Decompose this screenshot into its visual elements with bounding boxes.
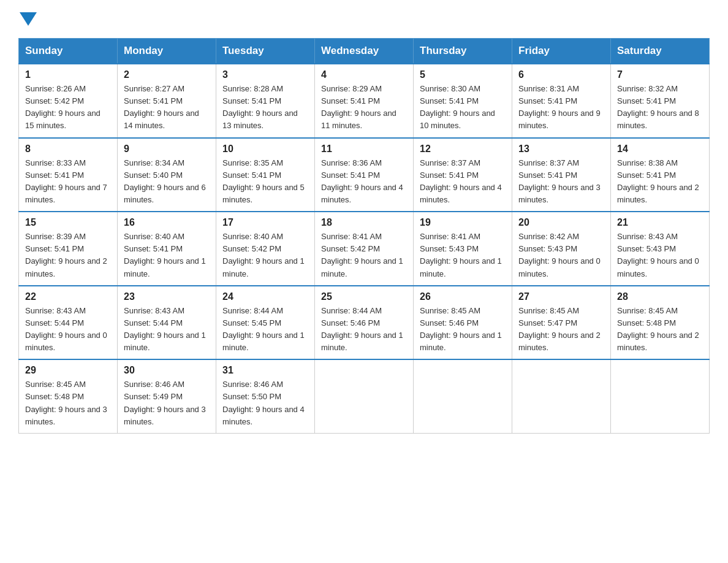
day-info: Sunrise: 8:34 AMSunset: 5:40 PMDaylight:… (124, 157, 210, 207)
day-info: Sunrise: 8:43 AMSunset: 5:44 PMDaylight:… (124, 305, 210, 354)
day-info: Sunrise: 8:43 AMSunset: 5:44 PMDaylight:… (25, 305, 111, 354)
day-number: 29 (25, 365, 111, 376)
day-info: Sunrise: 8:44 AMSunset: 5:45 PMDaylight:… (222, 305, 308, 354)
day-info: Sunrise: 8:35 AMSunset: 5:41 PMDaylight:… (222, 157, 308, 207)
day-number: 18 (321, 217, 407, 228)
day-info: Sunrise: 8:33 AMSunset: 5:41 PMDaylight:… (25, 157, 111, 207)
day-of-week-header: Monday (118, 39, 216, 64)
calendar-day-cell: 24 Sunrise: 8:44 AMSunset: 5:45 PMDaylig… (216, 286, 315, 360)
calendar-day-cell: 31 Sunrise: 8:46 AMSunset: 5:50 PMDaylig… (216, 359, 315, 433)
calendar-day-cell: 3 Sunrise: 8:28 AMSunset: 5:41 PMDayligh… (216, 64, 315, 138)
calendar-day-cell: 21 Sunrise: 8:43 AMSunset: 5:43 PMDaylig… (611, 212, 710, 286)
calendar-day-cell: 28 Sunrise: 8:45 AMSunset: 5:48 PMDaylig… (611, 286, 710, 360)
calendar-day-cell: 9 Sunrise: 8:34 AMSunset: 5:40 PMDayligh… (118, 138, 216, 212)
calendar-day-cell: 20 Sunrise: 8:42 AMSunset: 5:43 PMDaylig… (512, 212, 611, 286)
calendar-day-cell: 4 Sunrise: 8:29 AMSunset: 5:41 PMDayligh… (315, 64, 414, 138)
page-header (18, 12, 710, 26)
calendar-week-row: 22 Sunrise: 8:43 AMSunset: 5:44 PMDaylig… (19, 286, 710, 360)
day-number: 4 (321, 69, 407, 80)
day-info: Sunrise: 8:46 AMSunset: 5:50 PMDaylight:… (222, 378, 308, 428)
calendar-week-row: 8 Sunrise: 8:33 AMSunset: 5:41 PMDayligh… (19, 138, 710, 212)
day-info: Sunrise: 8:37 AMSunset: 5:41 PMDaylight:… (518, 157, 604, 207)
day-info: Sunrise: 8:43 AMSunset: 5:43 PMDaylight:… (617, 231, 703, 280)
calendar-day-cell: 7 Sunrise: 8:32 AMSunset: 5:41 PMDayligh… (611, 64, 710, 138)
day-info: Sunrise: 8:31 AMSunset: 5:41 PMDaylight:… (518, 83, 604, 132)
calendar-day-cell: 22 Sunrise: 8:43 AMSunset: 5:44 PMDaylig… (19, 286, 118, 360)
day-number: 17 (222, 217, 308, 228)
day-number: 3 (222, 69, 308, 80)
calendar-table: SundayMondayTuesdayWednesdayThursdayFrid… (18, 38, 710, 434)
calendar-day-cell: 2 Sunrise: 8:27 AMSunset: 5:41 PMDayligh… (118, 64, 216, 138)
day-number: 14 (617, 144, 703, 155)
day-number: 6 (518, 69, 604, 80)
day-number: 1 (25, 69, 111, 80)
day-number: 9 (124, 144, 210, 155)
calendar-day-cell: 17 Sunrise: 8:40 AMSunset: 5:42 PMDaylig… (216, 212, 315, 286)
calendar-day-cell: 6 Sunrise: 8:31 AMSunset: 5:41 PMDayligh… (512, 64, 611, 138)
day-info: Sunrise: 8:45 AMSunset: 5:48 PMDaylight:… (25, 378, 111, 428)
day-info: Sunrise: 8:36 AMSunset: 5:41 PMDaylight:… (321, 157, 407, 207)
calendar-header-row: SundayMondayTuesdayWednesdayThursdayFrid… (19, 39, 710, 64)
day-of-week-header: Sunday (19, 39, 118, 64)
day-info: Sunrise: 8:27 AMSunset: 5:41 PMDaylight:… (124, 83, 210, 132)
day-number: 12 (420, 144, 506, 155)
day-number: 13 (518, 144, 604, 155)
calendar-day-cell: 27 Sunrise: 8:45 AMSunset: 5:47 PMDaylig… (512, 286, 611, 360)
day-info: Sunrise: 8:29 AMSunset: 5:41 PMDaylight:… (321, 83, 407, 132)
calendar-day-cell: 19 Sunrise: 8:41 AMSunset: 5:43 PMDaylig… (414, 212, 512, 286)
day-info: Sunrise: 8:45 AMSunset: 5:47 PMDaylight:… (518, 305, 604, 354)
day-number: 28 (617, 291, 703, 302)
day-of-week-header: Thursday (414, 39, 512, 64)
calendar-day-cell: 25 Sunrise: 8:44 AMSunset: 5:46 PMDaylig… (315, 286, 414, 360)
calendar-day-cell: 15 Sunrise: 8:39 AMSunset: 5:41 PMDaylig… (19, 212, 118, 286)
day-number: 7 (617, 69, 703, 80)
day-info: Sunrise: 8:45 AMSunset: 5:48 PMDaylight:… (617, 305, 703, 354)
day-of-week-header: Friday (512, 39, 611, 64)
day-number: 24 (222, 291, 308, 302)
calendar-day-cell: 26 Sunrise: 8:45 AMSunset: 5:46 PMDaylig… (414, 286, 512, 360)
calendar-day-cell: 12 Sunrise: 8:37 AMSunset: 5:41 PMDaylig… (414, 138, 512, 212)
day-info: Sunrise: 8:26 AMSunset: 5:42 PMDaylight:… (25, 83, 111, 132)
day-number: 25 (321, 291, 407, 302)
calendar-week-row: 29 Sunrise: 8:45 AMSunset: 5:48 PMDaylig… (19, 359, 710, 433)
day-number: 8 (25, 144, 111, 155)
calendar-day-cell: 13 Sunrise: 8:37 AMSunset: 5:41 PMDaylig… (512, 138, 611, 212)
day-number: 30 (124, 365, 210, 376)
calendar-week-row: 15 Sunrise: 8:39 AMSunset: 5:41 PMDaylig… (19, 212, 710, 286)
calendar-day-cell: 8 Sunrise: 8:33 AMSunset: 5:41 PMDayligh… (19, 138, 118, 212)
day-number: 21 (617, 217, 703, 228)
calendar-day-cell: 30 Sunrise: 8:46 AMSunset: 5:49 PMDaylig… (118, 359, 216, 433)
day-of-week-header: Wednesday (315, 39, 414, 64)
day-info: Sunrise: 8:41 AMSunset: 5:42 PMDaylight:… (321, 231, 407, 280)
day-info: Sunrise: 8:37 AMSunset: 5:41 PMDaylight:… (420, 157, 506, 207)
calendar-day-cell (414, 359, 512, 433)
calendar-day-cell: 14 Sunrise: 8:38 AMSunset: 5:41 PMDaylig… (611, 138, 710, 212)
calendar-day-cell: 29 Sunrise: 8:45 AMSunset: 5:48 PMDaylig… (19, 359, 118, 433)
day-info: Sunrise: 8:30 AMSunset: 5:41 PMDaylight:… (420, 83, 506, 132)
day-number: 16 (124, 217, 210, 228)
day-info: Sunrise: 8:28 AMSunset: 5:41 PMDaylight:… (222, 83, 308, 132)
calendar-week-row: 1 Sunrise: 8:26 AMSunset: 5:42 PMDayligh… (19, 64, 710, 138)
day-number: 20 (518, 217, 604, 228)
logo-triangle-icon (20, 12, 37, 26)
calendar-day-cell (315, 359, 414, 433)
day-info: Sunrise: 8:40 AMSunset: 5:42 PMDaylight:… (222, 231, 308, 280)
calendar-day-cell: 5 Sunrise: 8:30 AMSunset: 5:41 PMDayligh… (414, 64, 512, 138)
day-number: 2 (124, 69, 210, 80)
day-number: 10 (222, 144, 308, 155)
day-info: Sunrise: 8:41 AMSunset: 5:43 PMDaylight:… (420, 231, 506, 280)
day-number: 31 (222, 365, 308, 376)
day-info: Sunrise: 8:40 AMSunset: 5:41 PMDaylight:… (124, 231, 210, 280)
calendar-day-cell: 1 Sunrise: 8:26 AMSunset: 5:42 PMDayligh… (19, 64, 118, 138)
day-number: 26 (420, 291, 506, 302)
calendar-day-cell: 18 Sunrise: 8:41 AMSunset: 5:42 PMDaylig… (315, 212, 414, 286)
logo (18, 12, 38, 26)
day-of-week-header: Saturday (611, 39, 710, 64)
day-number: 23 (124, 291, 210, 302)
day-number: 22 (25, 291, 111, 302)
day-info: Sunrise: 8:38 AMSunset: 5:41 PMDaylight:… (617, 157, 703, 207)
calendar-day-cell: 16 Sunrise: 8:40 AMSunset: 5:41 PMDaylig… (118, 212, 216, 286)
calendar-day-cell: 11 Sunrise: 8:36 AMSunset: 5:41 PMDaylig… (315, 138, 414, 212)
day-info: Sunrise: 8:42 AMSunset: 5:43 PMDaylight:… (518, 231, 604, 280)
day-info: Sunrise: 8:44 AMSunset: 5:46 PMDaylight:… (321, 305, 407, 354)
